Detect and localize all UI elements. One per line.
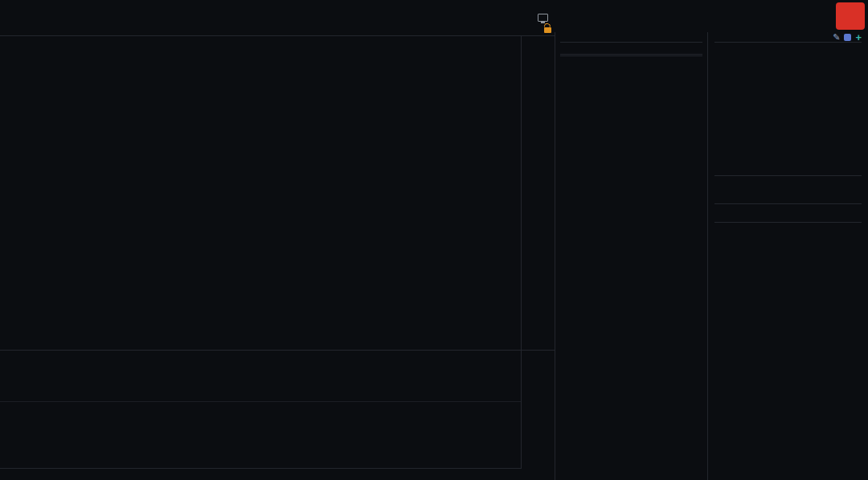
ma-strip bbox=[0, 23, 555, 35]
earnings-forecast-row bbox=[714, 69, 862, 84]
chart-column bbox=[0, 0, 555, 480]
quote-stats bbox=[560, 55, 702, 56]
key-ratios-columns bbox=[714, 56, 862, 68]
macd-close-icon[interactable] bbox=[532, 391, 545, 401]
valuation-header bbox=[714, 176, 862, 190]
edit-pencil-icon[interactable]: ✎ bbox=[833, 32, 840, 43]
candlestick-canvas[interactable] bbox=[0, 36, 521, 351]
unlock-icon[interactable] bbox=[544, 27, 551, 33]
volume-panel bbox=[0, 351, 521, 389]
add-icon[interactable]: + bbox=[855, 31, 862, 43]
advance-decline-row bbox=[560, 43, 702, 55]
index-group-row: ✎ + bbox=[714, 32, 862, 43]
quote-strip bbox=[0, 12, 555, 23]
popup-window-icon[interactable] bbox=[538, 14, 548, 22]
exchange-time-row bbox=[560, 32, 702, 43]
trading-app-window: ✎ + bbox=[0, 0, 868, 480]
movers-header bbox=[714, 206, 862, 219]
note-square-icon[interactable] bbox=[844, 34, 851, 41]
no-data-text bbox=[714, 96, 862, 176]
buy-button[interactable] bbox=[836, 2, 865, 30]
time-axis bbox=[0, 469, 555, 480]
macd-chart[interactable] bbox=[0, 402, 521, 469]
analysis-panel: ✎ + bbox=[707, 32, 868, 480]
valuation-columns bbox=[714, 190, 862, 202]
key-ratios-header bbox=[714, 43, 862, 56]
macd-canvas[interactable] bbox=[0, 402, 521, 469]
macd-label-row bbox=[0, 390, 521, 402]
chart-toolbar-row bbox=[0, 0, 555, 12]
candlestick-chart[interactable] bbox=[0, 35, 555, 351]
y-axis-divider bbox=[521, 35, 522, 469]
valuation-section bbox=[714, 176, 862, 204]
symbol-header bbox=[555, 0, 868, 32]
quote-detail-panel bbox=[555, 32, 707, 480]
top-gainers-list bbox=[714, 219, 862, 223]
unit-label bbox=[714, 84, 862, 96]
